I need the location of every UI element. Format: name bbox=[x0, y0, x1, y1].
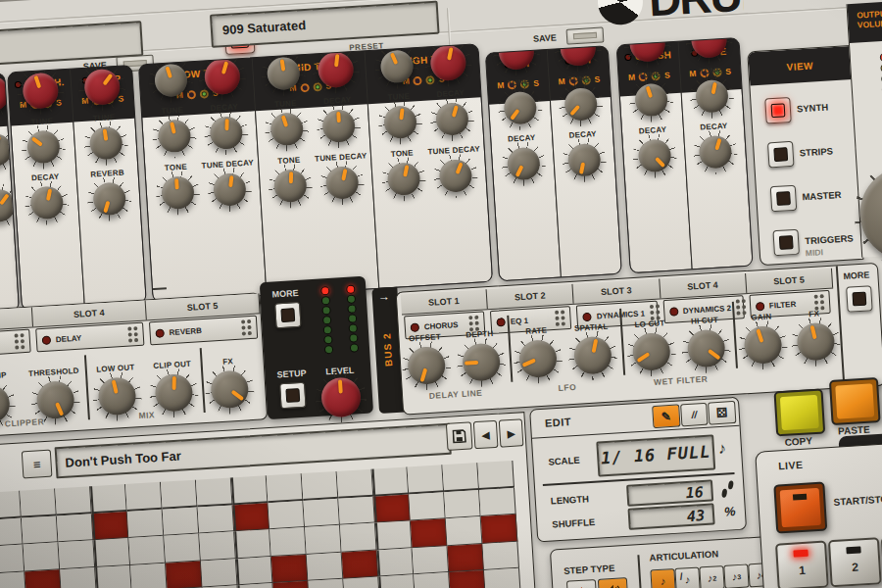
channel-crash-decay-knob[interactable] bbox=[637, 138, 671, 172]
pattern-next-button[interactable]: ▶ bbox=[499, 418, 524, 447]
view-button-master[interactable] bbox=[770, 185, 798, 213]
channel-ride-tune-knob[interactable] bbox=[695, 78, 729, 113]
channel-blank-blank-knob[interactable] bbox=[0, 188, 16, 222]
bus2-hi-cut-5-knob[interactable] bbox=[687, 329, 726, 368]
step-cell-r1-c14[interactable] bbox=[409, 492, 446, 521]
output-volume-knob[interactable] bbox=[858, 164, 882, 264]
more-right-button[interactable] bbox=[846, 285, 873, 313]
live-tab-label[interactable]: LIVE bbox=[778, 459, 804, 472]
step-cell-r1-c2[interactable] bbox=[0, 517, 24, 547]
channel-oh-decay-knob[interactable] bbox=[567, 142, 602, 176]
pattern-drag-button[interactable]: ≡ bbox=[22, 450, 53, 479]
step-cell-r2-c8[interactable] bbox=[199, 531, 236, 561]
step-type-speaker-quiet-button[interactable] bbox=[566, 579, 598, 588]
pattern-prev-button[interactable]: ◀ bbox=[473, 420, 499, 449]
step-cell-r2-c14[interactable] bbox=[411, 518, 448, 548]
step-cell-r4-c11[interactable] bbox=[308, 579, 345, 588]
step-cell-r4-c13[interactable] bbox=[378, 574, 416, 588]
step-cell-r0-c4[interactable] bbox=[55, 486, 92, 515]
channel-mid-tom-tune-decay-knob[interactable] bbox=[325, 166, 360, 200]
step-cell-r2-c6[interactable] bbox=[128, 536, 166, 565]
channel-ch-decay-knob[interactable] bbox=[506, 146, 540, 180]
view-button-synth[interactable] bbox=[764, 97, 792, 124]
step-cell-r1-c10[interactable] bbox=[268, 501, 305, 530]
step-cell-r3-c12[interactable] bbox=[342, 550, 379, 579]
pattern-pad-1[interactable]: 1 bbox=[775, 541, 829, 588]
bus-level-knob[interactable] bbox=[320, 376, 362, 417]
channel-rim-sh-decay-knob[interactable] bbox=[29, 185, 64, 220]
channel-low-tom-level-knob[interactable] bbox=[204, 58, 241, 95]
channel-rim-sh-tune-knob[interactable] bbox=[26, 129, 61, 164]
scale-display[interactable]: 1/ 16 FULL bbox=[596, 434, 715, 476]
edit-pencil-button[interactable]: ✎ bbox=[652, 404, 680, 428]
bus2-offset-0-knob[interactable] bbox=[407, 346, 446, 385]
step-cell-r4-c14[interactable] bbox=[414, 572, 451, 588]
step-cell-r2-c4[interactable] bbox=[59, 540, 96, 569]
channel-clap-reverb-knob[interactable] bbox=[92, 181, 126, 216]
channel-clap-level-knob[interactable] bbox=[83, 69, 121, 106]
step-cell-r3-c6[interactable] bbox=[130, 563, 168, 588]
step-cell-r3-c4[interactable] bbox=[60, 567, 97, 588]
copy-button[interactable] bbox=[773, 388, 825, 436]
channel-low-tom-decay-knob[interactable] bbox=[209, 116, 243, 150]
step-cell-r3-c11[interactable] bbox=[307, 552, 344, 581]
step-cell-r0-c10[interactable] bbox=[267, 473, 304, 503]
channel-high-tom-decay-knob[interactable] bbox=[435, 102, 469, 136]
step-cell-r2-c15[interactable] bbox=[446, 516, 483, 546]
step-cell-r3-c5[interactable] bbox=[95, 564, 132, 588]
step-cell-r0-c7[interactable] bbox=[161, 480, 198, 510]
channel-clap-tune-knob[interactable] bbox=[88, 125, 122, 160]
step-cell-r1-c8[interactable] bbox=[198, 505, 235, 534]
step-cell-r2-c11[interactable] bbox=[305, 525, 342, 555]
pattern-pad-2[interactable]: 2 bbox=[828, 537, 882, 587]
step-cell-r4-c15[interactable] bbox=[449, 570, 486, 588]
view-button-strips[interactable] bbox=[767, 141, 795, 169]
more-left-button[interactable] bbox=[274, 302, 302, 329]
step-cell-r3-c3[interactable] bbox=[24, 569, 62, 588]
step-cell-r0-c14[interactable] bbox=[407, 465, 444, 494]
step-cell-r2-c12[interactable] bbox=[340, 523, 377, 553]
step-cell-r3-c9[interactable] bbox=[236, 557, 273, 586]
articulation-flam-button[interactable]: ♪/ bbox=[674, 566, 700, 588]
step-cell-r0-c13[interactable] bbox=[372, 466, 410, 496]
channel-mid-tom-tune-knob[interactable] bbox=[270, 112, 304, 146]
step-cell-r2-c13[interactable] bbox=[375, 520, 413, 550]
step-cell-r2-c16[interactable] bbox=[481, 514, 518, 544]
bus2-spatial-3-knob[interactable] bbox=[573, 336, 612, 375]
channel-ride-decay-knob[interactable] bbox=[698, 134, 732, 169]
step-cell-r4-c16[interactable] bbox=[484, 568, 521, 588]
channel-mid-tom-tone-knob[interactable] bbox=[273, 169, 308, 203]
bus2-lo-cut-4-knob[interactable] bbox=[632, 332, 671, 371]
edit-random-button[interactable]: ⚄ bbox=[708, 401, 736, 425]
channel-high-tom-tone-knob[interactable] bbox=[386, 162, 420, 196]
save-right-button[interactable] bbox=[566, 26, 605, 44]
step-cell-r1-c6[interactable] bbox=[127, 509, 165, 538]
step-cell-r0-c12[interactable] bbox=[337, 469, 374, 499]
bus2-fx-7-knob[interactable] bbox=[796, 322, 835, 362]
step-cell-r3-c14[interactable] bbox=[413, 546, 450, 575]
bus2-depth-1-knob[interactable] bbox=[462, 343, 501, 382]
setup-button[interactable] bbox=[279, 382, 307, 410]
length-display[interactable]: 16 bbox=[626, 479, 713, 506]
step-cell-r0-c11[interactable] bbox=[302, 471, 339, 501]
step-cell-r0-c2[interactable] bbox=[0, 491, 22, 520]
step-cell-r2-c10[interactable] bbox=[270, 527, 307, 557]
step-cell-r1-c13[interactable] bbox=[373, 494, 411, 523]
channel-rim-sh-level-knob[interactable] bbox=[22, 73, 59, 110]
channel-low-tom-tune-knob[interactable] bbox=[157, 119, 191, 153]
step-cell-r0-c6[interactable] bbox=[125, 482, 163, 512]
channel-oh-tune-knob[interactable] bbox=[564, 86, 598, 121]
step-cell-r0-c9[interactable] bbox=[231, 475, 269, 505]
channel-ride-level-knob[interactable] bbox=[690, 37, 727, 59]
step-cell-r3-c10[interactable] bbox=[271, 554, 309, 583]
channel-high-tom-tune-decay-knob[interactable] bbox=[438, 158, 472, 192]
bus2-rate-2-knob[interactable] bbox=[518, 339, 558, 378]
step-cell-r2-c3[interactable] bbox=[24, 542, 61, 571]
channel-mid-tom-tune-depth-knob[interactable] bbox=[267, 56, 301, 90]
step-cell-r1-c12[interactable] bbox=[338, 496, 375, 525]
pattern-save-button[interactable] bbox=[446, 421, 473, 451]
step-cell-r1-c9[interactable] bbox=[233, 503, 270, 532]
step-cell-r3-c8[interactable] bbox=[201, 559, 238, 588]
articulation-note-button[interactable]: ♪ bbox=[650, 568, 675, 588]
master-threshold-knob[interactable] bbox=[36, 380, 75, 419]
